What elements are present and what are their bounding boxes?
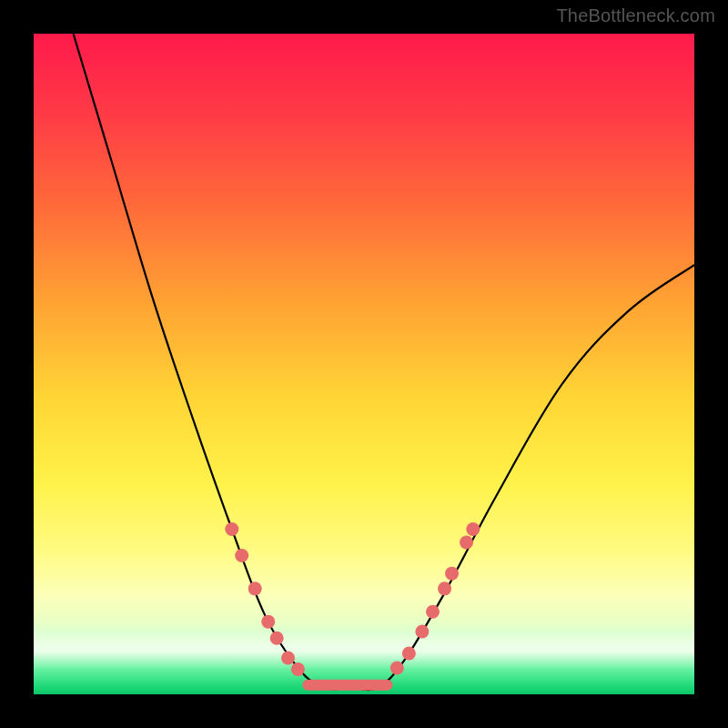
data-dot	[426, 605, 440, 619]
data-dot	[390, 661, 404, 674]
data-dot	[438, 581, 451, 595]
data-dot	[281, 652, 295, 665]
data-dot	[291, 662, 305, 676]
data-dot	[466, 522, 480, 536]
data-dot	[235, 549, 248, 562]
data-dot	[445, 567, 459, 581]
dots-right-group	[390, 522, 480, 674]
plot-area	[34, 34, 694, 694]
data-dot	[402, 646, 416, 660]
data-dot	[261, 615, 275, 629]
data-dot	[270, 632, 284, 645]
curve-svg	[34, 34, 694, 694]
data-dot	[248, 581, 262, 595]
bottleneck-curve	[74, 34, 694, 690]
data-dot	[225, 522, 238, 536]
chart-frame: TheBottleneck.com	[0, 0, 728, 728]
data-dot	[415, 625, 429, 639]
watermark-label: TheBottleneck.com	[556, 5, 715, 26]
data-dot	[460, 536, 473, 550]
